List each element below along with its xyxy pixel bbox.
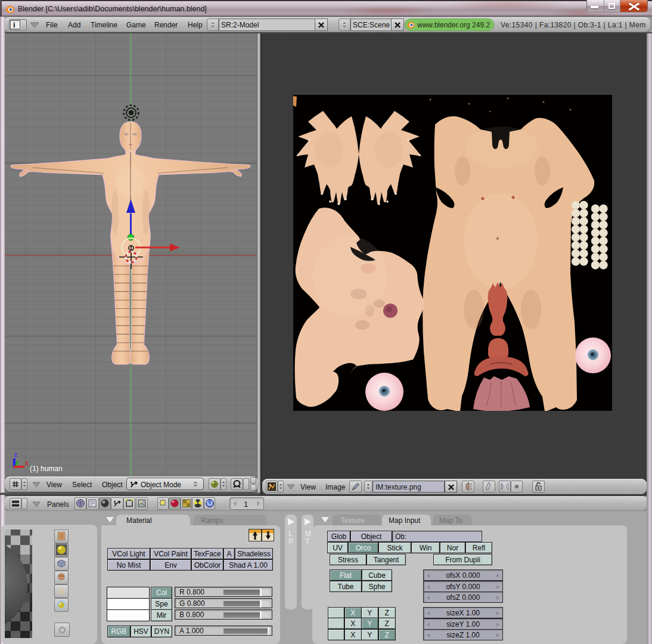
svg-text:x: x [25, 460, 29, 466]
svg-text:z: z [14, 451, 17, 458]
svg-text:(1) human: (1) human [30, 465, 63, 473]
